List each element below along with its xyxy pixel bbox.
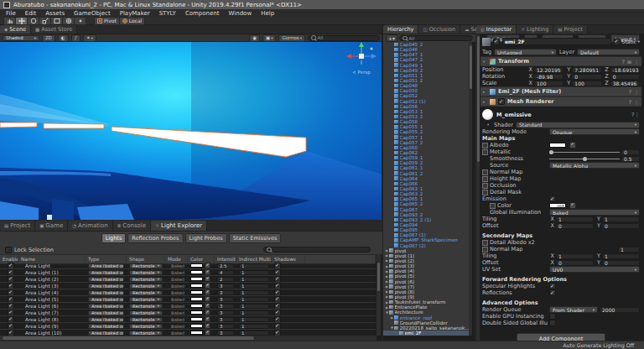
mesh-renderer-enabled-checkbox[interactable] <box>498 98 505 105</box>
light-enabled-checkbox[interactable] <box>8 276 14 282</box>
gizmos-dropdown[interactable]: Gizmos▾ <box>278 34 305 42</box>
transform-scale-z-field[interactable]: 38.45496 <box>610 81 640 86</box>
2d-toggle-button[interactable]: 2D <box>42 34 55 42</box>
bottom-tab-console[interactable]: ≣Console <box>113 221 151 231</box>
scene-tab-asset-store[interactable]: ▦Asset Store <box>31 25 77 34</box>
light-shape-dropdown[interactable]: Rectangle <box>129 317 163 322</box>
light-indirect-multiplier-field[interactable]: 1 <box>239 290 269 295</box>
light-shape-dropdown[interactable]: Rectangle <box>129 270 163 275</box>
texture-slot-icon[interactable] <box>482 240 488 246</box>
rendering-mode-dropdown[interactable]: Opaque <box>549 128 640 135</box>
gi-dropdown[interactable]: Baked <box>549 209 640 216</box>
transform-rotation-x-field[interactable]: -89.98 <box>534 74 564 80</box>
light-intensity-field[interactable]: 3 <box>217 297 234 302</box>
eyedropper-icon[interactable] <box>205 310 210 315</box>
light-intensity-field[interactable]: 3 <box>217 331 234 336</box>
light-type-dropdown[interactable]: Area (baked only) <box>88 304 124 309</box>
bottom-tab-light-explorer[interactable]: ☼Light Explorer <box>151 221 207 231</box>
light-indirect-multiplier-field[interactable]: 1 <box>239 277 269 282</box>
light-indirect-multiplier-field[interactable]: 1 <box>239 304 269 309</box>
eyedropper-icon[interactable] <box>205 330 210 336</box>
uv-set-dropdown[interactable]: UV0 <box>549 266 640 273</box>
light-intensity-field[interactable]: 3 <box>217 284 234 289</box>
shader-dropdown[interactable]: Standard <box>516 122 640 128</box>
tiling-y-field[interactable]: 1 <box>602 216 640 222</box>
texture-slot-icon[interactable] <box>482 190 488 195</box>
mesh-renderer-component-header[interactable]: ▸ Mesh Renderer ?⋮ <box>480 96 641 107</box>
light-enabled-checkbox[interactable] <box>8 303 14 309</box>
emissive-strip-small[interactable] <box>0 122 37 128</box>
light-intensity-field[interactable]: 3 <box>217 304 234 309</box>
light-shadows-checkbox[interactable] <box>274 283 281 289</box>
source-dropdown[interactable]: Metallic Alpha <box>549 162 640 169</box>
eyedropper-icon[interactable] <box>205 296 210 302</box>
scene-effects-dropdown-icon[interactable]: ✶▾ <box>83 34 96 42</box>
inspector-tab-project[interactable]: ▤Project <box>553 25 587 34</box>
light-shape-dropdown[interactable]: Rectangle <box>129 304 163 309</box>
light-color-swatch[interactable] <box>190 270 203 274</box>
light-row-area-light-9-[interactable]: Area Light (9)Area (baked only)Rectangle… <box>0 323 376 330</box>
preset-icon[interactable]: ⊞ <box>627 59 631 65</box>
mode-lights[interactable]: Lights <box>101 233 127 243</box>
light-type-dropdown[interactable]: Area (baked only) <box>88 331 124 336</box>
static-dropdown[interactable]: Static▾ <box>614 39 640 45</box>
light-enabled-checkbox[interactable] <box>8 310 14 315</box>
render-queue-dropdown[interactable]: From Shader <box>549 306 598 313</box>
eyedropper-icon[interactable] <box>205 283 210 289</box>
tiling2-x-field[interactable]: 1 <box>556 253 594 259</box>
light-type-dropdown[interactable]: Area (baked only) <box>88 324 124 329</box>
emissive-strip-medium[interactable] <box>44 123 104 128</box>
light-enabled-checkbox[interactable] <box>8 323 14 329</box>
eyedropper-icon[interactable] <box>205 263 210 268</box>
mode-static-emissives[interactable]: Static Emissives <box>229 233 282 243</box>
pivot-toggle-button[interactable]: Pivot <box>94 17 120 25</box>
menu-edit[interactable]: Edit <box>25 10 37 17</box>
auto-generate-lighting-status[interactable]: Auto Generate Lighting Off <box>563 342 634 348</box>
light-color-swatch[interactable] <box>190 284 203 288</box>
light-intensity-field[interactable]: 2 <box>217 277 234 282</box>
light-color-swatch[interactable] <box>190 277 203 281</box>
transform-component-header[interactable]: ▾ Transform ?⊞⋮ <box>480 56 641 66</box>
light-enabled-checkbox[interactable] <box>8 283 14 289</box>
emission-checkbox[interactable] <box>549 195 556 202</box>
light-row-area-light-8-[interactable]: Area Light (8)Area (baked only)Rectangle… <box>0 316 376 323</box>
light-indirect-multiplier-field[interactable]: 1 <box>239 310 269 315</box>
eyedropper-icon[interactable] <box>205 323 210 329</box>
light-indirect-multiplier-field[interactable]: 1 <box>239 324 269 329</box>
light-type-dropdown[interactable]: Area (baked only) <box>88 310 124 315</box>
hdr-color-swatch[interactable]: HDR <box>549 203 566 208</box>
light-row-area-light-6-[interactable]: Area Light (6)Area (baked only)Rectangle… <box>0 303 376 310</box>
light-shadows-checkbox[interactable] <box>274 296 281 302</box>
menu-file[interactable]: File <box>6 10 16 17</box>
transform-rotation-z-field[interactable]: 0 <box>610 74 640 80</box>
light-indirect-multiplier-field[interactable]: 1 <box>239 297 269 302</box>
light-shadows-checkbox[interactable] <box>274 263 281 268</box>
light-color-swatch[interactable] <box>190 310 203 315</box>
light-type-dropdown[interactable]: Area (baked only) <box>88 297 124 302</box>
transform-scale-y-field[interactable]: 100 <box>572 81 601 86</box>
tiling-x-field[interactable]: 1 <box>556 216 594 222</box>
gameobject-active-checkbox[interactable] <box>493 39 500 45</box>
offset-y-field[interactable]: 0 <box>602 223 640 229</box>
light-enabled-checkbox[interactable] <box>8 296 14 302</box>
transform-position-y-field[interactable]: 7.280951 <box>572 67 601 73</box>
local-toggle-button[interactable]: Local <box>119 17 146 25</box>
help-icon[interactable]: ? <box>629 99 631 105</box>
scene-lighting-toggle-icon[interactable]: ◐ <box>58 34 69 42</box>
light-shape-dropdown[interactable]: Rectangle <box>129 331 163 336</box>
light-indirect-multiplier-field[interactable]: 1 <box>239 331 269 336</box>
light-enabled-checkbox[interactable] <box>8 263 14 268</box>
draw-mode-dropdown[interactable]: Shaded <box>3 35 39 41</box>
rect-tool-button[interactable] <box>50 17 63 25</box>
double-sided-gi-checkbox[interactable] <box>549 320 556 326</box>
light-row-area-light-1-[interactable]: Area Light (1)Area (baked only)Rectangle… <box>0 269 376 276</box>
component-menu-icon[interactable]: ⋮ <box>634 99 639 105</box>
light-intensity-field[interactable]: 3 <box>217 324 234 329</box>
light-row-area-light[interactable]: Area LightArea (baked only)RectangleBake… <box>0 263 376 269</box>
light-color-swatch[interactable] <box>190 317 203 321</box>
light-shadows-checkbox[interactable] <box>274 316 281 322</box>
light-type-dropdown[interactable]: Area (baked only) <box>88 277 124 282</box>
light-row-area-light-5-[interactable]: Area Light (5)Area (baked only)Rectangle… <box>0 296 376 303</box>
hand-tool-button[interactable] <box>3 17 16 25</box>
secondary-normal-value-field[interactable]: 1 <box>618 247 640 253</box>
